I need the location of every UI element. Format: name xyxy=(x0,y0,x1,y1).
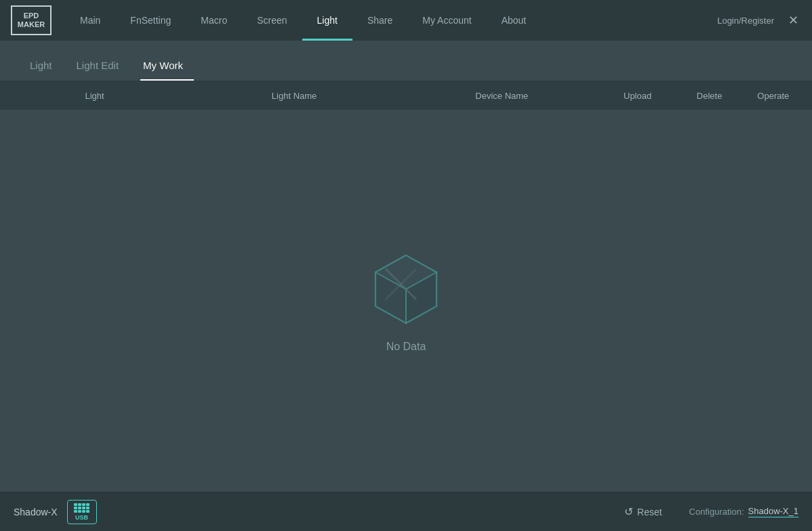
nav-macro[interactable]: Macro xyxy=(186,0,242,41)
close-button[interactable]: ✕ xyxy=(785,12,801,28)
logo-text: EPDMAKER xyxy=(18,12,45,29)
usb-badge: USB xyxy=(67,500,97,524)
col-header-devicename: Device Name xyxy=(406,91,598,101)
usb-label: USB xyxy=(75,514,88,521)
subnav: Light Light Edit My Work xyxy=(0,41,812,81)
app-logo: EPDMAKER xyxy=(11,5,52,35)
nav-main[interactable]: Main xyxy=(65,0,115,41)
config-section: Configuration: Shadow-X_1 xyxy=(689,506,798,517)
titlebar: EPDMAKER Main FnSetting Macro Screen Lig… xyxy=(0,0,812,41)
no-data-icon xyxy=(365,249,447,330)
config-value: Shadow-X_1 xyxy=(748,506,798,517)
nav-screen[interactable]: Screen xyxy=(242,0,302,41)
reset-button[interactable]: ↺ Reset xyxy=(624,505,662,518)
col-header-lightname: Light Name xyxy=(182,91,406,101)
bottombar: Shadow-X USB ↺ Reset Configuration: Shad… xyxy=(0,492,812,531)
nav-myaccount[interactable]: My Account xyxy=(407,0,486,41)
reset-icon: ↺ xyxy=(624,505,633,518)
main-nav: Main FnSetting Macro Screen Light Share … xyxy=(65,0,717,41)
usb-icon xyxy=(74,503,89,513)
no-data-container: No Data xyxy=(365,249,447,353)
content-area: No Data xyxy=(0,110,812,492)
subnav-light[interactable]: Light xyxy=(27,60,63,81)
login-register-button[interactable]: Login/Register xyxy=(717,16,774,26)
nav-fnsetting[interactable]: FnSetting xyxy=(115,0,186,41)
nav-light[interactable]: Light xyxy=(302,0,352,41)
nav-share[interactable]: Share xyxy=(352,0,407,41)
subnav-my-work[interactable]: My Work xyxy=(140,60,194,81)
col-header-light: Light xyxy=(7,91,182,101)
subnav-light-edit[interactable]: Light Edit xyxy=(74,60,130,81)
no-data-text: No Data xyxy=(386,341,426,353)
titlebar-actions: Login/Register ✕ xyxy=(717,12,801,28)
config-label: Configuration: xyxy=(689,507,744,517)
nav-about[interactable]: About xyxy=(487,0,542,41)
table-header: Light Light Name Device Name Upload Dele… xyxy=(0,81,812,110)
col-header-upload: Upload xyxy=(598,91,678,101)
col-header-delete: Delete xyxy=(678,91,742,101)
device-name-label: Shadow-X xyxy=(14,507,58,517)
col-header-operate: Operate xyxy=(742,91,805,101)
reset-label: Reset xyxy=(637,507,662,517)
